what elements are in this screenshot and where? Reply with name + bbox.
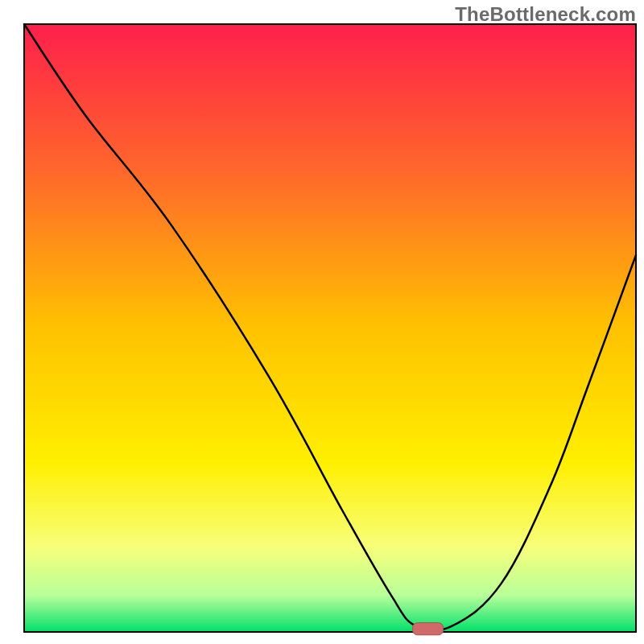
plot-background [24,24,636,632]
bottleneck-chart [0,0,644,644]
chart-canvas: TheBottleneck.com [0,0,644,644]
optimum-marker [413,623,444,635]
